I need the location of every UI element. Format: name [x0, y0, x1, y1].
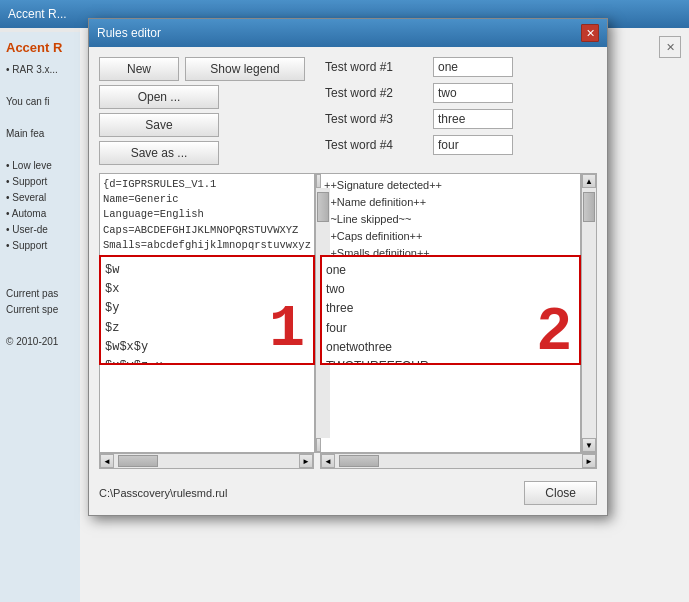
top-row: New Show legend Open ... Save Save as ..…	[99, 57, 597, 165]
right-header-line: ++Caps definition++	[324, 228, 577, 245]
right-results-box[interactable]: one two three four onetwothree TWOTHREEF…	[320, 255, 581, 365]
btn-row-1: New Show legend	[99, 57, 309, 81]
left-panel-footer	[99, 365, 315, 453]
left-panel-container: {d=IGPRSRULES_V1.1 Name=Generic Language…	[99, 173, 314, 469]
dialog-titlebar: Rules editor ✕	[89, 19, 607, 47]
left-hscrollbar[interactable]: ◄ ►	[99, 453, 314, 469]
header-line: {d=IGPRSRULES_V1.1	[103, 177, 311, 192]
open-button[interactable]: Open ...	[99, 85, 219, 109]
bg-sidebar-line: • RAR 3.x...You can fiMain fea• Low leve…	[6, 62, 74, 350]
btn-row-2: Open ...	[99, 85, 309, 109]
right-vscroll-thumb[interactable]	[583, 192, 595, 222]
right-vscroll-down-btn[interactable]: ▼	[582, 438, 596, 452]
save-as-button[interactable]: Save as ...	[99, 141, 219, 165]
right-hscroll-right-btn[interactable]: ►	[582, 454, 596, 468]
test-word-row-3: Test word #3	[325, 109, 597, 129]
left-box-number: 1	[269, 299, 305, 359]
header-line: Smalls=abcdefghijklmnopqrstuvwxyz	[103, 238, 311, 253]
test-words-section: Test word #1 Test word #2 Test word #3 T…	[325, 57, 597, 155]
right-header-line: ++Smalls definition++	[324, 245, 577, 255]
right-hscroll-thumb[interactable]	[339, 455, 379, 467]
left-panel-header: {d=IGPRSRULES_V1.1 Name=Generic Language…	[99, 173, 315, 255]
test-word-row-1: Test word #1	[325, 57, 597, 77]
test-word-label-3: Test word #3	[325, 112, 425, 126]
panels-row: {d=IGPRSRULES_V1.1 Name=Generic Language…	[99, 173, 597, 469]
test-word-input-2[interactable]	[433, 83, 513, 103]
vscroll-thumb[interactable]	[317, 192, 329, 222]
test-word-input-4[interactable]	[433, 135, 513, 155]
btn-row-3: Save	[99, 113, 309, 137]
bg-title: Accent R...	[8, 7, 67, 21]
header-line: Name=Generic	[103, 192, 311, 207]
header-line: Caps=ABCDEFGHIJKLMNOPQRSTUVWXYZ	[103, 223, 311, 238]
right-box-number: 2	[538, 299, 571, 359]
right-vscroll-up-btn[interactable]: ▲	[582, 174, 596, 188]
dialog-footer: C:\Passcovery\rulesmd.rul Close	[99, 477, 597, 505]
dialog-close-button[interactable]: ✕	[581, 24, 599, 42]
new-button[interactable]: New	[99, 57, 179, 81]
bg-close-button[interactable]: ✕	[659, 36, 681, 58]
right-header-line: ++Name definition++	[324, 194, 577, 211]
left-rules-box[interactable]: $w $x $y $z $w$x$y $x$y$z.u 1	[99, 255, 315, 365]
right-panel-container: ++Signature detected++ ++Name definition…	[320, 173, 597, 469]
show-legend-button[interactable]: Show legend	[185, 57, 305, 81]
test-word-label-2: Test word #2	[325, 86, 425, 100]
close-button[interactable]: Close	[524, 481, 597, 505]
right-header-line: ~~Line skipped~~	[324, 211, 577, 228]
rule-line: $w	[105, 261, 309, 280]
bg-sidebar: Accent R • RAR 3.x...You can fiMain fea•…	[0, 32, 80, 602]
dialog-body: New Show legend Open ... Save Save as ..…	[89, 47, 607, 515]
test-word-row-2: Test word #2	[325, 83, 597, 103]
hscroll-track	[114, 454, 299, 468]
right-hscrollbar[interactable]: ◄ ►	[320, 453, 597, 469]
test-word-input-1[interactable]	[433, 57, 513, 77]
right-vscrollbar[interactable]: ▲ ▼	[581, 173, 597, 453]
save-button[interactable]: Save	[99, 113, 219, 137]
hscroll-thumb[interactable]	[118, 455, 158, 467]
btn-row-4: Save as ...	[99, 141, 309, 165]
test-word-row-4: Test word #4	[325, 135, 597, 155]
right-panel-footer	[320, 365, 581, 453]
bg-brand: Accent R	[6, 38, 74, 58]
hscroll-right-btn[interactable]: ►	[299, 454, 313, 468]
right-hscroll-track	[335, 454, 582, 468]
hscroll-left-btn[interactable]: ◄	[100, 454, 114, 468]
right-vscroll-track	[582, 188, 596, 438]
dialog-title: Rules editor	[97, 26, 161, 40]
header-line: Language=English	[103, 207, 311, 222]
test-word-label-4: Test word #4	[325, 138, 425, 152]
filepath-label: C:\Passcovery\rulesmd.rul	[99, 487, 227, 499]
test-word-input-3[interactable]	[433, 109, 513, 129]
right-panel-header: ++Signature detected++ ++Name definition…	[320, 173, 581, 255]
test-word-label-1: Test word #1	[325, 60, 425, 74]
right-header-line: ++Signature detected++	[324, 177, 577, 194]
right-hscroll-left-btn[interactable]: ◄	[321, 454, 335, 468]
rules-editor-dialog: Rules editor ✕ New Show legend Open ... …	[88, 18, 608, 516]
left-buttons: New Show legend Open ... Save Save as ..…	[99, 57, 309, 165]
result-line: one	[326, 261, 575, 280]
